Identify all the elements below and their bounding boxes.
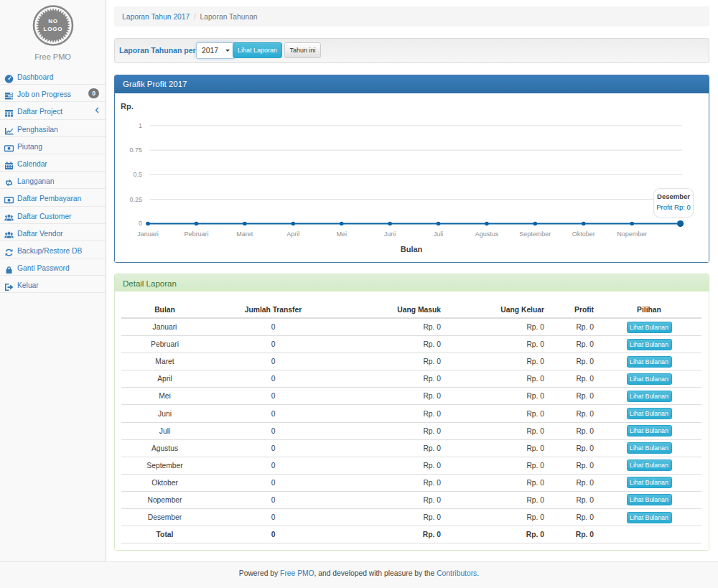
svg-text:Maret: Maret	[236, 230, 253, 238]
svg-text:Pebruari: Pebruari	[184, 230, 208, 238]
svg-text:0.25: 0.25	[129, 196, 142, 203]
svg-text:April: April	[286, 230, 299, 238]
svg-text:Mei: Mei	[336, 230, 347, 238]
svg-text:LOGO: LOGO	[44, 26, 63, 32]
svg-text:NO: NO	[48, 18, 58, 24]
svg-text:0: 0	[139, 220, 142, 227]
svg-text:Rp.: Rp.	[121, 102, 134, 111]
svg-text:Profit Rp: 0: Profit Rp: 0	[656, 203, 691, 211]
svg-text:September: September	[519, 230, 551, 238]
svg-text:Oktober: Oktober	[572, 230, 595, 238]
svg-text:1: 1	[139, 122, 142, 129]
svg-text:Agustus: Agustus	[475, 230, 499, 238]
svg-text:Desember: Desember	[657, 192, 690, 200]
svg-text:Juni: Juni	[384, 230, 396, 238]
svg-text:0.5: 0.5	[133, 171, 142, 178]
svg-text:Januari: Januari	[137, 230, 159, 238]
svg-text:0.75: 0.75	[129, 146, 142, 154]
svg-text:Juli: Juli	[434, 230, 444, 238]
svg-text:Bulan: Bulan	[401, 245, 423, 253]
svg-text:Nopember: Nopember	[617, 230, 647, 238]
